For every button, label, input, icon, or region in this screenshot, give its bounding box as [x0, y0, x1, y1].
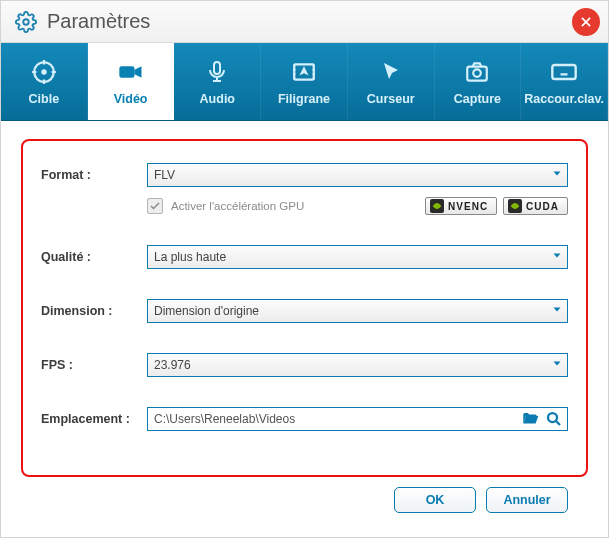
chevron-down-icon: [551, 358, 563, 373]
fps-label: FPS :: [41, 358, 141, 372]
location-value: C:\Users\Reneelab\Videos: [154, 412, 295, 426]
chevron-down-icon: [551, 304, 563, 319]
svg-point-7: [474, 69, 482, 77]
camera-icon: [464, 58, 490, 86]
tab-target[interactable]: Cible: [1, 43, 88, 120]
svg-point-2: [42, 70, 45, 73]
format-label: Format :: [41, 168, 141, 182]
chevron-down-icon: [551, 168, 563, 183]
tab-hotkeys[interactable]: Raccour.clav.: [521, 43, 608, 120]
tab-strip: Cible Vidéo Audio Filigrane Curseur: [1, 43, 608, 121]
location-label: Emplacement :: [41, 412, 141, 426]
location-path[interactable]: C:\Users\Reneelab\Videos: [147, 407, 568, 431]
svg-rect-3: [119, 66, 134, 78]
microphone-icon: [205, 58, 229, 86]
close-button[interactable]: [572, 8, 600, 36]
chevron-down-icon: [551, 250, 563, 265]
nvidia-eye-icon: [508, 199, 522, 213]
quality-select[interactable]: La plus haute: [147, 245, 568, 269]
video-icon: [117, 58, 145, 86]
gpu-checkbox[interactable]: [147, 198, 163, 214]
window-title: Paramètres: [47, 10, 150, 33]
tab-cursor[interactable]: Curseur: [348, 43, 435, 120]
cursor-icon: [379, 58, 403, 86]
format-value: FLV: [154, 168, 175, 182]
main-panel: Format : FLV Activer l'accélération GPU: [1, 121, 608, 537]
gear-icon: [15, 11, 37, 33]
nvenc-badge: NVENC: [425, 197, 497, 215]
titlebar: Paramètres: [1, 1, 608, 43]
tab-audio[interactable]: Audio: [174, 43, 261, 120]
keyboard-icon: [550, 58, 578, 86]
dimension-value: Dimension d'origine: [154, 304, 259, 318]
tab-video[interactable]: Vidéo: [88, 43, 175, 120]
ok-button[interactable]: OK: [394, 487, 476, 513]
cancel-button[interactable]: Annuler: [486, 487, 568, 513]
video-settings-group: Format : FLV Activer l'accélération GPU: [21, 139, 588, 477]
target-icon: [31, 58, 57, 86]
gpu-label: Activer l'accélération GPU: [171, 200, 304, 212]
cuda-badge: CUDA: [503, 197, 568, 215]
svg-rect-4: [214, 62, 220, 74]
dialog-footer: OK Annuler: [21, 477, 588, 527]
dimension-select[interactable]: Dimension d'origine: [147, 299, 568, 323]
nvidia-eye-icon: [430, 199, 444, 213]
svg-point-9: [548, 413, 557, 422]
watermark-icon: [291, 58, 317, 86]
format-select[interactable]: FLV: [147, 163, 568, 187]
quality-label: Qualité :: [41, 250, 141, 264]
open-folder-icon[interactable]: [521, 410, 539, 428]
fps-select[interactable]: 23.976: [147, 353, 568, 377]
quality-value: La plus haute: [154, 250, 226, 264]
tab-capture[interactable]: Capture: [435, 43, 522, 120]
tab-watermark[interactable]: Filigrane: [261, 43, 348, 120]
svg-rect-8: [553, 65, 576, 79]
settings-window: Paramètres Cible Vidéo Audio: [0, 0, 609, 538]
svg-point-0: [23, 19, 29, 25]
dimension-label: Dimension :: [41, 304, 141, 318]
fps-value: 23.976: [154, 358, 191, 372]
search-icon[interactable]: [545, 410, 563, 428]
